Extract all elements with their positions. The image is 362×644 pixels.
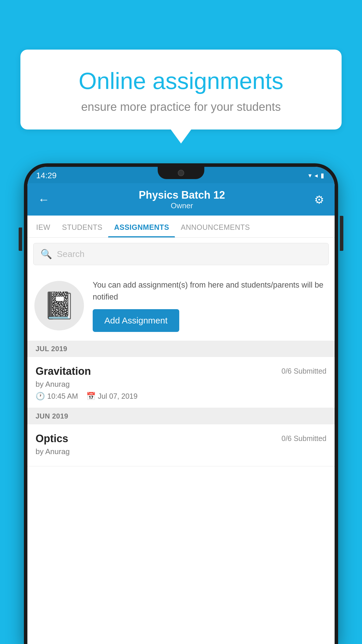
tab-assignments[interactable]: ASSIGNMENTS	[108, 216, 175, 237]
header-title: Physics Batch 12	[50, 189, 314, 201]
clock-icon: 🕐	[36, 392, 45, 401]
tab-iew[interactable]: IEW	[30, 216, 56, 237]
tab-students[interactable]: STUDENTS	[56, 216, 108, 237]
wifi-icon: ▾	[308, 172, 312, 179]
header-subtitle: Owner	[50, 201, 314, 210]
status-time: 14:29	[36, 171, 57, 180]
assignment-info: You can add assignment(s) from here and …	[93, 279, 328, 332]
assignment-meta: 🕐 10:45 AM 📅 Jul 07, 2019	[36, 392, 326, 401]
header-center: Physics Batch 12 Owner	[50, 189, 314, 210]
section-header-jun: JUN 2019	[27, 408, 335, 424]
speech-bubble: Online assignments ensure more practice …	[20, 50, 342, 130]
search-bar[interactable]: 🔍 Search	[33, 243, 329, 265]
calendar-icon: 📅	[86, 392, 96, 401]
assignment-item-gravitation[interactable]: Gravitation 0/6 Submitted by Anurag 🕐 10…	[27, 357, 335, 408]
time-value: 10:45 AM	[47, 392, 78, 400]
assignment-item-header-optics: Optics 0/6 Submitted	[36, 433, 326, 445]
add-assignment-button[interactable]: Add Assignment	[93, 309, 179, 332]
power-button	[340, 216, 343, 251]
tab-bar: IEW STUDENTS ASSIGNMENTS ANNOUNCEMENTS	[27, 216, 335, 238]
assignment-item-header: Gravitation 0/6 Submitted	[36, 365, 326, 377]
assignment-name: Gravitation	[36, 365, 91, 377]
speech-bubble-container: Online assignments ensure more practice …	[20, 50, 342, 130]
signal-icon: ◂	[314, 172, 318, 179]
search-placeholder: Search	[57, 249, 85, 259]
assignment-submitted-optics: 0/6 Submitted	[282, 433, 326, 443]
assignment-icon-circle: 📓	[34, 281, 84, 330]
assignment-description: You can add assignment(s) from here and …	[93, 279, 328, 303]
section-header-jul: JUL 2019	[27, 341, 335, 357]
assignment-author: by Anurag	[36, 380, 326, 389]
assignment-date: 📅 Jul 07, 2019	[86, 392, 138, 401]
app-header: ← Physics Batch 12 Owner ⚙	[27, 183, 335, 216]
assignment-submitted: 0/6 Submitted	[282, 365, 326, 375]
assignment-name-optics: Optics	[36, 433, 68, 445]
bubble-subtitle: ensure more practice for your students	[41, 100, 321, 113]
search-icon: 🔍	[41, 249, 52, 260]
notebook-icon: 📓	[43, 290, 75, 321]
back-button[interactable]: ←	[38, 193, 50, 206]
volume-button	[19, 228, 22, 251]
date-value: Jul 07, 2019	[98, 392, 138, 400]
assignment-item-optics[interactable]: Optics 0/6 Submitted by Anurag	[27, 424, 335, 466]
add-assignment-section: 📓 You can add assignment(s) from here an…	[27, 270, 335, 341]
settings-button[interactable]: ⚙	[314, 193, 324, 206]
bubble-title: Online assignments	[41, 67, 321, 95]
tab-announcements[interactable]: ANNOUNCEMENTS	[175, 216, 256, 237]
search-container: 🔍 Search	[27, 238, 335, 270]
assignment-time: 🕐 10:45 AM	[36, 392, 78, 401]
notch	[158, 167, 204, 179]
phone-frame: 14:29 ▾ ◂ ▮ ← Physics Batch 12 Owner ⚙ I…	[24, 163, 338, 644]
phone-screen: 14:29 ▾ ◂ ▮ ← Physics Batch 12 Owner ⚙ I…	[27, 167, 335, 644]
front-camera	[178, 170, 184, 176]
assignment-author-optics: by Anurag	[36, 447, 326, 456]
status-icons: ▾ ◂ ▮	[308, 172, 324, 179]
battery-icon: ▮	[321, 172, 324, 179]
